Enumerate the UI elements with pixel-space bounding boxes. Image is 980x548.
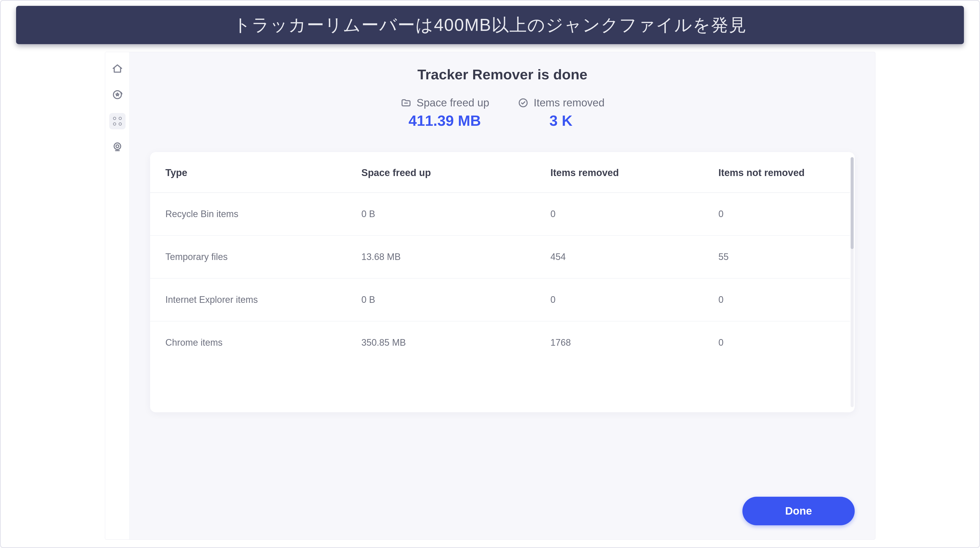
cell-not-removed: 0	[703, 192, 850, 235]
summary-items-label-row: Items removed	[517, 97, 605, 109]
table-row: Chrome items 350.85 MB 1768 0	[150, 321, 850, 364]
svg-point-0	[113, 91, 121, 98]
cell-not-removed: 0	[703, 321, 850, 364]
cell-not-removed: 0	[703, 278, 850, 321]
svg-point-1	[114, 143, 121, 149]
summary-row: Space freed up 411.39 MB Items removed 3…	[150, 97, 855, 129]
results-table-card: Type Space freed up Items removed Items …	[150, 152, 855, 412]
cell-removed: 0	[535, 192, 703, 235]
annotation-banner: トラッカーリムーバーは400MB以上のジャンクファイルを発見	[16, 6, 964, 44]
cell-removed: 454	[535, 235, 703, 278]
cell-space: 0 B	[346, 278, 535, 321]
cell-space: 13.68 MB	[346, 235, 535, 278]
table-row: Temporary files 13.68 MB 454 55	[150, 235, 850, 278]
grid-dots-icon	[113, 117, 122, 125]
col-header-removed: Items removed	[535, 152, 703, 192]
table-row: Internet Explorer items 0 B 0 0	[150, 278, 850, 321]
col-header-type: Type	[150, 152, 346, 192]
star-circle-icon	[112, 89, 123, 101]
table-row: Recycle Bin items 0 B 0 0	[150, 192, 850, 235]
summary-space-label: Space freed up	[417, 97, 489, 109]
page-title: Tracker Remover is done	[150, 66, 855, 83]
check-circle-icon	[517, 97, 529, 109]
summary-items-label: Items removed	[534, 97, 605, 109]
webcam-icon	[112, 141, 123, 153]
content-area: Tracker Remover is done Space freed up 4…	[130, 52, 875, 539]
app-window: Tracker Remover is done Space freed up 4…	[105, 52, 875, 540]
summary-items-value: 3 K	[549, 112, 573, 129]
screenshot-frame: トラッカーリムーバーは400MB以上のジャンクファイルを発見	[0, 0, 980, 548]
col-header-not-removed: Items not removed	[703, 152, 850, 192]
cell-type: Recycle Bin items	[150, 192, 346, 235]
summary-items-removed: Items removed 3 K	[517, 97, 605, 129]
cell-space: 350.85 MB	[346, 321, 535, 364]
sidebar-item-apps[interactable]	[109, 113, 126, 129]
cell-not-removed: 55	[703, 235, 850, 278]
footer-actions: Done	[742, 497, 855, 525]
sidebar-item-webcam[interactable]	[109, 139, 126, 156]
summary-space-value: 411.39 MB	[409, 112, 481, 129]
cell-type: Internet Explorer items	[150, 278, 346, 321]
svg-point-2	[116, 145, 119, 148]
cell-space: 0 B	[346, 192, 535, 235]
sidebar-item-home[interactable]	[109, 61, 126, 77]
cell-removed: 0	[535, 278, 703, 321]
cell-removed: 1768	[535, 321, 703, 364]
home-icon	[112, 63, 123, 75]
scrollbar-track[interactable]	[851, 157, 854, 407]
sidebar-item-favorites[interactable]	[109, 87, 126, 103]
folder-icon	[400, 97, 412, 109]
sidebar	[105, 52, 130, 539]
results-table-scroll[interactable]: Type Space freed up Items removed Items …	[150, 152, 850, 412]
done-button[interactable]: Done	[742, 497, 855, 525]
results-table: Type Space freed up Items removed Items …	[150, 152, 850, 364]
scrollbar-thumb[interactable]	[851, 157, 854, 249]
summary-space-label-row: Space freed up	[400, 97, 489, 109]
cell-type: Chrome items	[150, 321, 346, 364]
summary-space-freed: Space freed up 411.39 MB	[400, 97, 489, 129]
annotation-banner-text: トラッカーリムーバーは400MB以上のジャンクファイルを発見	[233, 14, 746, 37]
cell-type: Temporary files	[150, 235, 346, 278]
table-header-row: Type Space freed up Items removed Items …	[150, 152, 850, 192]
col-header-space: Space freed up	[346, 152, 535, 192]
